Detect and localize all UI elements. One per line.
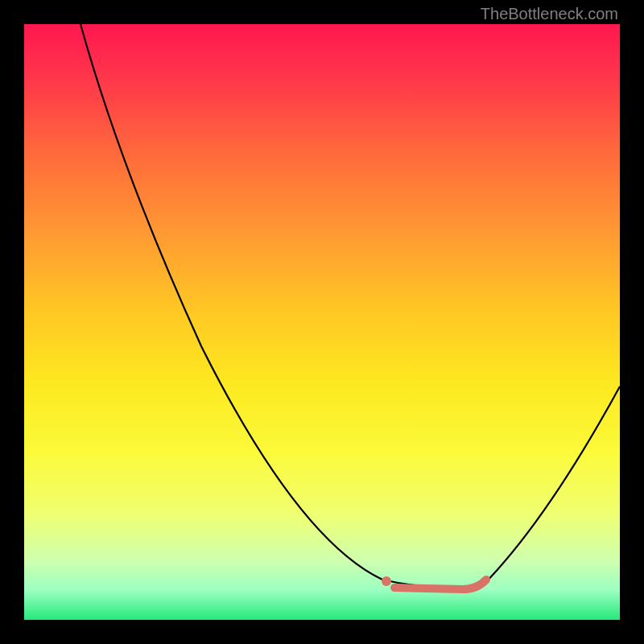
curve-left bbox=[80, 24, 382, 580]
optimum-marker bbox=[394, 580, 486, 589]
chart-svg bbox=[24, 24, 620, 620]
watermark-text: TheBottleneck.com bbox=[481, 5, 618, 23]
chart-container: TheBottleneck.com bbox=[0, 0, 644, 644]
curve-right bbox=[483, 386, 620, 585]
plot-area bbox=[24, 24, 620, 620]
optimum-dot bbox=[382, 576, 391, 586]
